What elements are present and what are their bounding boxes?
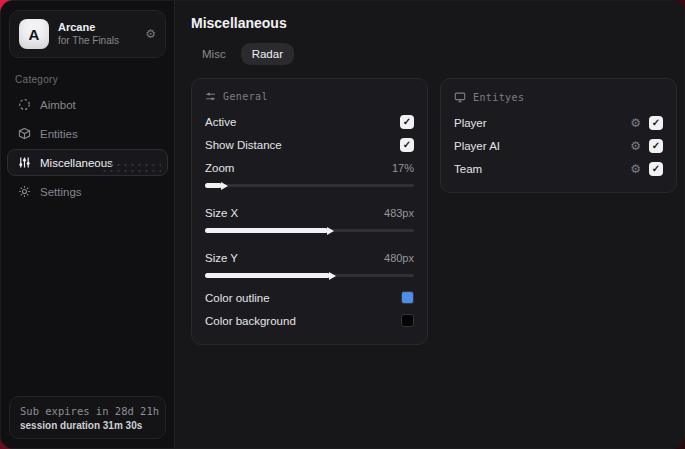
player-label: Player <box>454 117 487 129</box>
monitor-icon <box>454 91 466 103</box>
sidebar-item-label: Aimbot <box>40 99 76 111</box>
size-x-row: Size X 483px <box>205 201 414 224</box>
color-outline-row: Color outline <box>205 286 414 309</box>
size-x-value: 483px <box>384 207 414 219</box>
zoom-label: Zoom <box>205 162 234 174</box>
color-background-swatch[interactable] <box>401 314 414 327</box>
brand-subtitle: for The Finals <box>58 35 136 47</box>
zoom-slider[interactable] <box>205 180 414 190</box>
sliders-icon <box>17 156 31 170</box>
team-label: Team <box>454 163 482 175</box>
size-y-label: Size Y <box>205 252 238 264</box>
brand-logo: A <box>19 19 49 49</box>
brand-text: Arcane for The Finals <box>58 21 136 46</box>
tab-misc[interactable]: Misc <box>191 43 237 65</box>
team-gear-icon[interactable]: ⚙ <box>630 162 641 176</box>
size-y-row: Size Y 480px <box>205 246 414 269</box>
color-outline-swatch[interactable] <box>401 291 414 304</box>
entities-panel-title: Entityes <box>473 92 524 103</box>
tab-radar[interactable]: Radar <box>241 43 294 65</box>
entities-panel-header: Entityes <box>454 91 663 103</box>
box-icon <box>17 127 31 141</box>
general-panel-header: General <box>205 91 414 102</box>
main-content: Miscellaneous Misc Radar General Active <box>175 1 685 448</box>
size-y-slider[interactable] <box>205 270 414 280</box>
player-ai-label: Player AI <box>454 140 500 152</box>
size-x-label: Size X <box>205 207 238 219</box>
sidebar: A Arcane for The Finals ⚙ Category Aimbo… <box>1 1 175 448</box>
slider-track <box>205 184 414 187</box>
size-y-value: 480px <box>384 252 414 264</box>
brand-card: A Arcane for The Finals ⚙ <box>9 10 166 58</box>
entities-panel: Entityes Player ⚙ ✓ Player AI ⚙ <box>440 78 677 193</box>
session-duration-text: session duration 31m 30s <box>20 420 155 431</box>
check-icon: ✓ <box>403 139 411 150</box>
sidebar-item-label: Entities <box>40 128 78 140</box>
brand-gear-icon[interactable]: ⚙ <box>145 27 156 41</box>
show-distance-label: Show Distance <box>205 139 282 151</box>
page-title: Miscellaneous <box>191 15 677 31</box>
app-window: A Arcane for The Finals ⚙ Category Aimbo… <box>0 0 685 449</box>
subscription-card: Sub expires in 28d 21h session duration … <box>9 396 166 439</box>
color-background-row: Color background <box>205 309 414 332</box>
general-panel: General Active ✓ Show Distance ✓ Zoom <box>191 78 428 345</box>
sidebar-item-miscellaneous[interactable]: Miscellaneous <box>7 149 168 176</box>
active-checkbox[interactable]: ✓ <box>400 115 414 129</box>
sliders-mini-icon <box>205 91 216 102</box>
sub-expiry-text: Sub expires in 28d 21h <box>20 405 155 417</box>
active-row: Active ✓ <box>205 110 414 133</box>
sidebar-item-aimbot[interactable]: Aimbot <box>7 91 168 118</box>
gear-icon <box>17 185 31 199</box>
team-checkbox[interactable]: ✓ <box>649 162 663 176</box>
sidebar-item-entities[interactable]: Entities <box>7 120 168 147</box>
panel-row: General Active ✓ Show Distance ✓ Zoom <box>191 78 677 345</box>
zoom-row: Zoom 17% <box>205 156 414 179</box>
crosshair-icon <box>17 98 31 112</box>
player-row: Player ⚙ ✓ <box>454 111 663 134</box>
show-distance-checkbox[interactable]: ✓ <box>400 138 414 152</box>
category-label: Category <box>15 74 174 85</box>
player-ai-checkbox[interactable]: ✓ <box>649 139 663 153</box>
tab-bar: Misc Radar <box>191 43 677 65</box>
sidebar-item-label: Settings <box>40 186 82 198</box>
sidebar-nav: Aimbot Entities <box>1 91 174 205</box>
team-row: Team ⚙ ✓ <box>454 157 663 180</box>
check-icon: ✓ <box>652 117 660 128</box>
dots-decoration <box>101 162 161 174</box>
sidebar-item-settings[interactable]: Settings <box>7 178 168 205</box>
check-icon: ✓ <box>403 116 411 127</box>
color-outline-label: Color outline <box>205 292 270 304</box>
color-background-label: Color background <box>205 315 296 327</box>
slider-fill <box>205 183 222 188</box>
check-icon: ✓ <box>652 163 660 174</box>
show-distance-row: Show Distance ✓ <box>205 133 414 156</box>
slider-fill <box>205 228 328 233</box>
size-x-slider[interactable] <box>205 225 414 235</box>
zoom-value: 17% <box>392 162 414 174</box>
player-ai-gear-icon[interactable]: ⚙ <box>630 139 641 153</box>
player-gear-icon[interactable]: ⚙ <box>630 116 641 130</box>
general-panel-title: General <box>223 91 268 102</box>
check-icon: ✓ <box>652 140 660 151</box>
player-checkbox[interactable]: ✓ <box>649 116 663 130</box>
player-ai-row: Player AI ⚙ ✓ <box>454 134 663 157</box>
slider-fill <box>205 273 330 278</box>
active-label: Active <box>205 116 236 128</box>
brand-title: Arcane <box>58 21 136 34</box>
